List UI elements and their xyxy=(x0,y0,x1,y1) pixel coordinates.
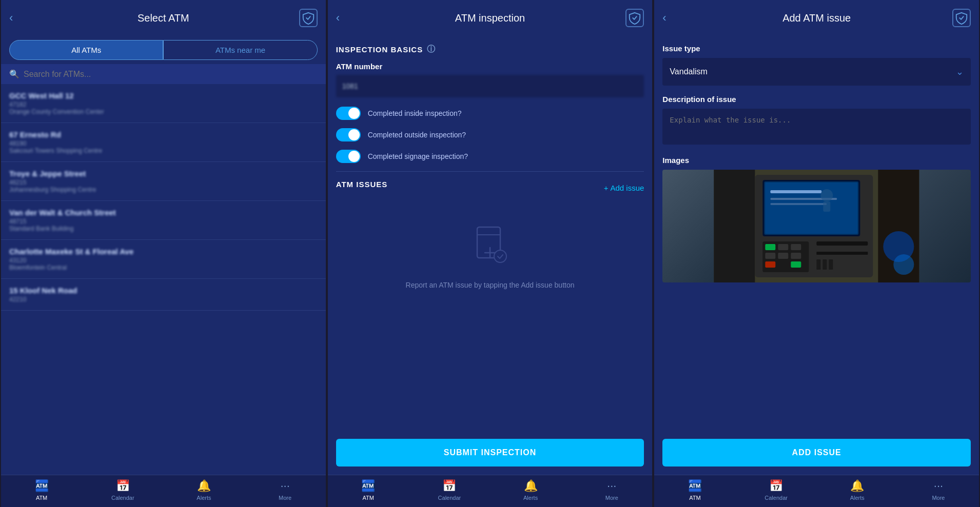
atm-id: 47182 xyxy=(9,101,318,108)
alerts-icon-3: 🔔 xyxy=(850,479,864,493)
add-issue-button[interactable]: + Add issue xyxy=(604,184,644,192)
toggle-inside-label: Completed inside inspection? xyxy=(368,109,462,117)
list-item[interactable]: GCC West Hall 12 47182 Orange County Con… xyxy=(1,84,326,123)
issue-type-label: Issue type xyxy=(662,44,971,53)
toggle-inside-switch[interactable] xyxy=(336,107,361,120)
alerts-icon: 🔔 xyxy=(197,479,211,493)
back-button-3[interactable]: ‹ xyxy=(662,11,666,25)
atm-number-field[interactable]: 1081 xyxy=(336,75,644,97)
list-item[interactable]: Troye & Jeppe Street 46215 Johannesburg … xyxy=(1,162,326,201)
svg-rect-10 xyxy=(771,190,822,193)
screen-select-atm: ‹ Select ATM All ATMs ATMs near me 🔍 GCC… xyxy=(1,0,326,507)
screen3-title: Add ATM issue xyxy=(782,12,851,24)
more-icon-3: ··· xyxy=(934,479,943,493)
tab-all-atms[interactable]: All ATMs xyxy=(9,40,163,60)
atm-name: Charlotte Maxeke St & Floreal Ave xyxy=(9,247,318,256)
svg-rect-29 xyxy=(823,259,827,270)
logo-1 xyxy=(299,9,318,27)
svg-rect-4 xyxy=(714,170,755,282)
atm-id: 42210 xyxy=(9,296,318,303)
atm-sub: Johannesburg Shopping Centre xyxy=(9,186,318,193)
search-input[interactable] xyxy=(24,70,318,79)
svg-rect-28 xyxy=(817,259,821,270)
svg-rect-17 xyxy=(778,244,789,250)
atm-name: GCC West Hall 12 xyxy=(9,91,318,100)
tab-bar-1: All ATMs ATMs near me xyxy=(1,36,326,64)
nav-more-1[interactable]: ··· More xyxy=(245,479,326,501)
nav-more-label-1: More xyxy=(279,495,291,501)
toggle-signage-label: Completed signage inspection? xyxy=(368,152,468,160)
atm-image xyxy=(662,170,971,282)
nav-alerts-label-3: Alerts xyxy=(850,495,865,501)
screen-add-issue: ‹ Add ATM issue Issue type Vandalism ⌄ D… xyxy=(654,0,979,507)
atm-name: 15 Kloof Nek Road xyxy=(9,286,318,295)
calendar-icon-2: 📅 xyxy=(442,479,456,493)
header-select-atm: ‹ Select ATM xyxy=(1,0,326,36)
description-label: Description of issue xyxy=(662,95,971,104)
nav-atm-2[interactable]: 🏧 ATM xyxy=(328,479,409,501)
tab-atms-near-me[interactable]: ATMs near me xyxy=(163,40,317,60)
svg-rect-18 xyxy=(791,244,801,250)
empty-issues-text: Report an ATM issue by tapping the Add i… xyxy=(406,281,575,289)
nav-atm-3[interactable]: 🏧 ATM xyxy=(654,479,735,501)
header-inspection: ‹ ATM inspection xyxy=(328,0,653,36)
list-item[interactable]: 15 Kloof Nek Road 42210 xyxy=(1,279,326,311)
nav-alerts-3[interactable]: 🔔 Alerts xyxy=(817,479,898,501)
description-input[interactable] xyxy=(662,109,971,145)
nav-atm-1[interactable]: 🏧 ATM xyxy=(1,479,82,501)
nav-more-label-3: More xyxy=(932,495,945,501)
nav-more-3[interactable]: ··· More xyxy=(898,479,979,501)
add-issue-label: Add issue xyxy=(610,184,644,192)
atm-sub: Orange County Convention Center xyxy=(9,108,318,115)
atm-icon-2: 🏧 xyxy=(361,479,375,493)
atm-sub: Standard Bank Building xyxy=(9,225,318,232)
atm-icon: 🏧 xyxy=(35,479,49,493)
screen2-title: ATM inspection xyxy=(455,12,525,24)
logo-2 xyxy=(625,9,644,27)
svg-rect-30 xyxy=(829,259,833,270)
calendar-icon: 📅 xyxy=(116,479,130,493)
nav-calendar-2[interactable]: 📅 Calendar xyxy=(409,479,490,501)
list-item[interactable]: Van der Walt & Church Street 48715 Stand… xyxy=(1,201,326,240)
back-button-1[interactable]: ‹ xyxy=(9,11,13,25)
svg-rect-14 xyxy=(824,201,831,212)
screen-atm-inspection: ‹ ATM inspection INSPECTION BASICS ⓘ ATM… xyxy=(328,0,653,507)
calendar-icon-3: 📅 xyxy=(769,479,783,493)
list-item[interactable]: Charlotte Maxeke St & Floreal Ave 43120 … xyxy=(1,240,326,279)
nav-calendar-3[interactable]: 📅 Calendar xyxy=(736,479,817,501)
back-button-2[interactable]: ‹ xyxy=(336,11,340,25)
svg-point-13 xyxy=(821,189,833,201)
toggle-signage-switch[interactable] xyxy=(336,150,361,163)
toggle-outside-switch[interactable] xyxy=(336,128,361,141)
section-divider xyxy=(336,171,644,172)
svg-rect-21 xyxy=(791,253,801,259)
atm-id: 46215 xyxy=(9,179,318,186)
logo-3 xyxy=(952,9,971,27)
submit-inspection-button[interactable]: SUBMIT INSPECTION xyxy=(336,439,644,467)
inspection-body: INSPECTION BASICS ⓘ ATM number 1081 Comp… xyxy=(328,36,653,439)
nav-alerts-1[interactable]: 🔔 Alerts xyxy=(163,479,244,501)
toggle-outside: Completed outside inspection? xyxy=(336,128,644,141)
toggle-signage: Completed signage inspection? xyxy=(336,150,644,163)
chevron-down-icon: ⌄ xyxy=(956,66,964,77)
nav-atm-label-3: ATM xyxy=(689,495,700,501)
nav-more-2[interactable]: ··· More xyxy=(571,479,652,501)
atm-id: 43120 xyxy=(9,257,318,264)
nav-more-label-2: More xyxy=(605,495,618,501)
toggle-inside: Completed inside inspection? xyxy=(336,107,644,120)
nav-alerts-label-1: Alerts xyxy=(197,495,211,501)
atm-name: 67 Ernesto Rd xyxy=(9,130,318,139)
svg-rect-22 xyxy=(766,261,776,268)
more-icon: ··· xyxy=(280,479,289,493)
add-issue-submit-button[interactable]: ADD ISSUE xyxy=(662,439,971,467)
issue-type-dropdown[interactable]: Vandalism ⌄ xyxy=(662,58,971,86)
nav-calendar-1[interactable]: 📅 Calendar xyxy=(82,479,163,501)
atm-number-label: ATM number xyxy=(336,62,644,71)
atm-id: 48715 xyxy=(9,218,318,225)
list-item[interactable]: 67 Ernesto Rd 48190 Sakcouri Towers Shop… xyxy=(1,123,326,162)
svg-point-27 xyxy=(894,254,914,275)
atm-name: Van der Walt & Church Street xyxy=(9,208,318,217)
nav-alerts-2[interactable]: 🔔 Alerts xyxy=(490,479,571,501)
screen1-title: Select ATM xyxy=(138,12,189,24)
svg-rect-12 xyxy=(771,203,827,205)
